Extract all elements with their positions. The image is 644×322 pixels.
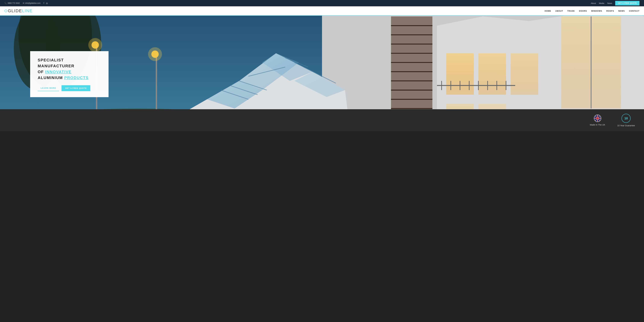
hero-buttons: LEARN MORE GET A FREE QUOTE (38, 85, 101, 91)
phone-icon: 📞 (4, 2, 7, 4)
hero-section: SPECIALIST MANUFACTURER OF INNOVATIVE AL… (0, 16, 644, 109)
uk-flag-icon (594, 115, 601, 122)
hero-line3-highlight: PRODUCTS (64, 76, 89, 80)
top-nav-links: About Media News (591, 2, 612, 4)
top-bar: 📞 0800 772 3342 ✉ info@glideline.com f ◎… (0, 0, 644, 6)
email-icon: ✉ (23, 2, 24, 4)
nav-windows[interactable]: WINDOWS (591, 10, 602, 12)
hero-quote-button[interactable]: GET A FREE QUOTE (62, 85, 90, 91)
logo: GLIDE LINE (4, 9, 32, 13)
uk-flag-svg (594, 115, 601, 122)
svg-rect-17 (478, 53, 506, 95)
phone-contact: 📞 0800 772 3342 (4, 2, 20, 4)
hero-headline: SPECIALIST MANUFACTURER OF INNOVATIVE AL… (38, 57, 101, 81)
guarantee-badge: 10 10 Year Guarantee (617, 114, 635, 127)
email-contact: ✉ info@glideline.com (23, 2, 40, 4)
hero-line1: SPECIALIST MANUFACTURER (38, 57, 101, 69)
top-nav-about[interactable]: About (591, 2, 596, 4)
svg-point-10 (88, 38, 102, 52)
main-menu: HOME ABOUT TRADE DOORS WINDOWS ROOFS NEW… (545, 10, 640, 12)
social-icons: f ◎ (44, 2, 48, 4)
top-nav-media[interactable]: Media (599, 2, 604, 4)
year-badge-icon: 10 (622, 114, 630, 123)
made-in-uk-label: Made In The UK (590, 124, 605, 126)
hero-line2: OF INNOVATIVE (38, 69, 101, 75)
top-quote-button[interactable]: GET A FREE QUOTE (615, 1, 640, 6)
nav-trade[interactable]: TRADE (567, 10, 575, 12)
made-in-uk-badge: Made In The UK (590, 115, 605, 126)
phone-number: 0800 772 3342 (8, 2, 20, 4)
hero-content-box: SPECIALIST MANUFACTURER OF INNOVATIVE AL… (30, 51, 108, 97)
hero-line2-highlight: INNOVATIVE (45, 70, 72, 74)
hero-line3: ALUMINIUM PRODUCTS (38, 75, 101, 81)
email-address: info@glideline.com (25, 2, 40, 4)
svg-rect-19 (446, 104, 474, 109)
nav-contact[interactable]: CONTACT (629, 10, 640, 12)
bottom-bar: Made In The UK 10 10 Year Guarantee (0, 109, 644, 131)
instagram-icon[interactable]: ◎ (46, 2, 48, 4)
top-bar-left: 📞 0800 772 3342 ✉ info@glideline.com f ◎ (4, 2, 48, 4)
learn-more-button[interactable]: LEARN MORE (38, 85, 59, 91)
nav-roofs[interactable]: ROOFS (606, 10, 614, 12)
logo-circle-icon (4, 10, 7, 12)
nav-home[interactable]: HOME (545, 10, 551, 12)
top-bar-right: About Media News GET A FREE QUOTE (591, 1, 640, 6)
facebook-icon[interactable]: f (44, 2, 44, 4)
svg-rect-18 (510, 53, 538, 95)
nav-doors[interactable]: DOORS (579, 10, 587, 12)
top-nav-news[interactable]: News (607, 2, 612, 4)
logo-part2: LINE (22, 9, 32, 13)
svg-point-13 (148, 47, 162, 61)
guarantee-label: 10 Year Guarantee (617, 124, 635, 127)
nav-about[interactable]: ABOUT (555, 10, 563, 12)
nav-news[interactable]: NEWS (618, 10, 625, 12)
main-nav: GLIDE LINE HOME ABOUT TRADE DOORS WINDOW… (0, 6, 644, 16)
logo-part1: GLIDE (8, 9, 22, 13)
svg-rect-20 (478, 104, 506, 109)
